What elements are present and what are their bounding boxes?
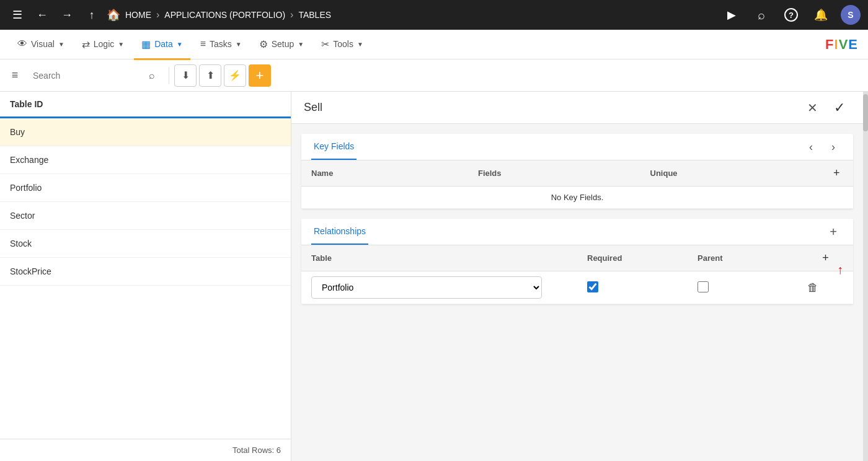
- right-panel-title: Sell: [304, 101, 801, 114]
- menu-icon: ☰: [12, 8, 22, 22]
- secondary-nav: 👁 Visual ▼ ⇄ Logic ▼ ▦ Data ▼ ≡ Tasks ▼ …: [0, 30, 868, 59]
- table-row-sector[interactable]: Sector: [0, 202, 291, 230]
- table-row-buy-label: Buy: [10, 127, 25, 137]
- table-row-stock[interactable]: Stock: [0, 230, 291, 258]
- rel-parent-col: Parent: [688, 245, 798, 271]
- rel-parent-cell: [688, 271, 798, 304]
- menu-button[interactable]: ☰: [7, 5, 27, 25]
- key-fields-add-btn[interactable]: +: [833, 167, 840, 180]
- toolbar-divider-1: [169, 67, 169, 84]
- tasks-chevron: ▼: [236, 41, 242, 48]
- table-row-stockprice[interactable]: StockPrice: [0, 258, 291, 286]
- search-btn[interactable]: ⌕: [145, 68, 158, 83]
- add-button[interactable]: +: [249, 64, 271, 87]
- key-fields-nav: ‹ ›: [801, 137, 843, 157]
- rel-delete-btn[interactable]: 🗑: [803, 278, 823, 297]
- nav-data[interactable]: ▦ Data ▼: [134, 30, 190, 60]
- upload-button[interactable]: ⬆: [199, 64, 221, 87]
- rel-table-cell: Portfolio Buy Exchange Sector Stock Stoc…: [301, 271, 577, 304]
- relationships-section: Relationships + Table Required Parent: [301, 219, 853, 304]
- toolbar: ≡ ⌕ ⬇ ⬆ ⚡ +: [0, 59, 868, 92]
- confirm-button[interactable]: ✓: [828, 97, 851, 119]
- up-button[interactable]: ↑: [82, 5, 102, 25]
- nav-setup[interactable]: ⚙ Setup ▼: [252, 30, 312, 60]
- rel-parent-checkbox[interactable]: [698, 281, 709, 292]
- breadcrumb-sep-1: ›: [156, 9, 159, 20]
- add-icon: +: [256, 68, 264, 84]
- nav-visual[interactable]: 👁 Visual ▼: [10, 30, 72, 60]
- back-icon: ←: [37, 9, 48, 22]
- rel-table-select[interactable]: Portfolio Buy Exchange Sector Stock Stoc…: [311, 276, 542, 299]
- right-header-actions: ✕ ✓: [801, 97, 851, 119]
- breadcrumb-tables[interactable]: TABLES: [298, 10, 331, 20]
- key-fields-unique-col: Unique: [640, 160, 828, 187]
- back-button[interactable]: ←: [32, 5, 52, 25]
- table-list: Buy Exchange Portfolio Sector Stock Stoc…: [0, 118, 291, 439]
- nav-logic[interactable]: ⇄ Logic ▼: [74, 30, 131, 60]
- bolt-icon: ⚡: [229, 69, 241, 81]
- help-icon: ?: [784, 8, 798, 22]
- right-scrollbar[interactable]: [863, 92, 868, 461]
- table-row-stockprice-label: StockPrice: [10, 266, 51, 276]
- bell-icon: 🔔: [814, 8, 828, 22]
- table-row-exchange-label: Exchange: [10, 155, 48, 165]
- table-row-buy[interactable]: Buy: [0, 118, 291, 146]
- breadcrumb: 🏠 HOME › APPLICATIONS (PORTFOLIO) › TABL…: [107, 8, 331, 22]
- setup-icon: ⚙: [259, 38, 268, 50]
- play-button[interactable]: ▶: [722, 5, 742, 25]
- forward-button[interactable]: →: [57, 5, 77, 25]
- top-nav-left: ☰ ← → ↑ 🏠 HOME › APPLICATIONS (PORTFOLIO…: [7, 5, 717, 25]
- avatar-button[interactable]: S: [841, 5, 861, 25]
- table-row-portfolio[interactable]: Portfolio: [0, 174, 291, 202]
- left-panel: Table ID Buy Exchange Portfolio Sector S…: [0, 92, 291, 461]
- relationships-tab-bar: Relationships +: [301, 219, 853, 245]
- download-icon: ⬇: [182, 69, 190, 81]
- key-fields-add-icon: +: [833, 167, 840, 180]
- bolt-button[interactable]: ⚡: [224, 64, 246, 87]
- help-button[interactable]: ?: [781, 5, 801, 25]
- rel-delete-cell: ↑ 🗑: [798, 271, 853, 304]
- nav-visual-label: Visual: [31, 39, 55, 49]
- key-fields-section: Key Fields ‹ › Name Fields Unique: [301, 134, 853, 209]
- key-fields-tab[interactable]: Key Fields: [311, 134, 356, 160]
- key-fields-table: Name Fields Unique + No Key: [301, 160, 853, 209]
- table-id-header: Table ID: [0, 92, 291, 118]
- table-footer: Total Rows: 6: [0, 439, 291, 461]
- relationships-add-btn[interactable]: +: [823, 222, 843, 242]
- global-search-button[interactable]: ⌕: [751, 5, 771, 25]
- nav-tasks-label: Tasks: [210, 39, 232, 49]
- notifications-button[interactable]: 🔔: [811, 5, 831, 25]
- key-fields-prev-btn[interactable]: ‹: [801, 137, 821, 157]
- table-row-portfolio-label: Portfolio: [10, 183, 42, 193]
- search-input[interactable]: [33, 71, 140, 81]
- nav-tools[interactable]: ✂ Tools ▼: [314, 30, 371, 60]
- relationships-add-action: +: [823, 222, 843, 242]
- rel-add-row-btn[interactable]: +: [822, 252, 829, 265]
- nav-logic-label: Logic: [94, 39, 114, 49]
- close-button[interactable]: ✕: [801, 97, 823, 119]
- setup-chevron: ▼: [298, 41, 304, 48]
- key-fields-next-btn[interactable]: ›: [823, 137, 843, 157]
- relationships-tab-label: Relationships: [314, 226, 366, 236]
- nav-data-label: Data: [154, 39, 173, 49]
- scrollbar-thumb[interactable]: [863, 94, 868, 131]
- key-fields-empty-message: No Key Fields.: [301, 187, 853, 209]
- breadcrumb-applications[interactable]: APPLICATIONS (PORTFOLIO): [164, 10, 285, 20]
- logic-icon: ⇄: [82, 38, 90, 50]
- rel-required-checkbox[interactable]: [587, 281, 598, 292]
- visual-chevron: ▼: [58, 41, 64, 48]
- key-fields-tab-bar: Key Fields ‹ ›: [301, 134, 853, 160]
- table-row-exchange[interactable]: Exchange: [0, 146, 291, 174]
- download-button[interactable]: ⬇: [174, 64, 197, 87]
- table-row-sector-label: Sector: [10, 211, 35, 221]
- rel-table-col: Table: [301, 245, 577, 271]
- avatar-label: S: [848, 10, 853, 20]
- breadcrumb-home[interactable]: HOME: [125, 10, 151, 20]
- nav-tasks[interactable]: ≡ Tasks ▼: [193, 30, 249, 60]
- five-logo: FIVE: [825, 37, 858, 53]
- rel-add-icon: +: [822, 252, 829, 265]
- key-fields-fields-col: Fields: [468, 160, 640, 187]
- top-nav: ☰ ← → ↑ 🏠 HOME › APPLICATIONS (PORTFOLIO…: [0, 0, 868, 30]
- relationships-tab[interactable]: Relationships: [311, 219, 368, 245]
- filter-icon-btn[interactable]: ≡: [5, 66, 25, 86]
